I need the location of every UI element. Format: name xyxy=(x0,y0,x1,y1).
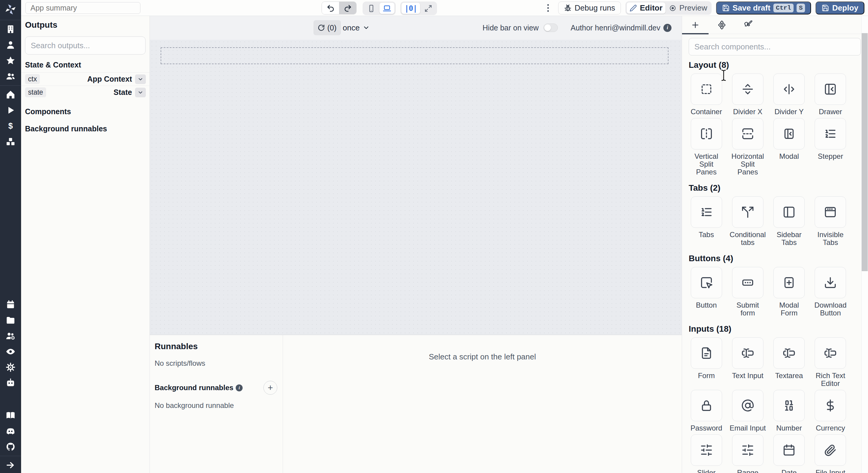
fullwidth-button[interactable] xyxy=(421,3,436,14)
schedule-dropdown[interactable]: once xyxy=(343,20,370,35)
tab-styling[interactable] xyxy=(735,16,762,34)
section-title: Tabs (2) xyxy=(689,183,849,193)
components-search-input[interactable] xyxy=(694,42,855,52)
components-panel: Layout (8)ContainerDivider XDivider YDra… xyxy=(682,16,868,473)
component-tile-divider-x[interactable]: Divider X xyxy=(730,73,766,116)
component-tile-textarea[interactable]: Textarea xyxy=(771,338,807,387)
users-cog-icon[interactable] xyxy=(0,328,21,344)
component-tile-modal-form[interactable]: Modal Form xyxy=(771,267,807,317)
component-tile-date[interactable]: Date xyxy=(771,435,807,473)
rail-divider xyxy=(0,85,21,86)
refresh-button[interactable]: (0) xyxy=(313,20,341,35)
folder-icon[interactable] xyxy=(0,312,21,328)
component-tile-tabs[interactable]: Tabs xyxy=(688,196,724,247)
component-label: Download Button xyxy=(812,301,849,317)
editor-tab[interactable]: Editor xyxy=(627,2,665,13)
component-tile-divider-y[interactable]: Divider Y xyxy=(771,73,807,116)
boxes-icon[interactable] xyxy=(0,134,21,150)
dollar-icon[interactable]: $ xyxy=(0,118,21,134)
component-tile-rich-text-editor[interactable]: Rich Text Editor xyxy=(812,338,849,387)
robot-icon[interactable] xyxy=(0,375,21,391)
component-label: Horizontal Split Panes xyxy=(730,152,766,176)
at-sign-icon xyxy=(732,390,764,421)
component-tile-download-button[interactable]: Download Button xyxy=(812,267,849,317)
desktop-view-button[interactable] xyxy=(379,3,395,14)
kbd-ctrl: Ctrl xyxy=(773,4,793,12)
component-tile-modal[interactable]: Modal xyxy=(771,118,807,176)
gear-icon[interactable] xyxy=(0,359,21,375)
rail-divider xyxy=(0,20,21,20)
components-section-title: Components xyxy=(25,107,146,116)
ctx-key: ctx xyxy=(25,74,40,84)
home-icon[interactable] xyxy=(0,87,21,102)
state-expand-button[interactable] xyxy=(135,88,146,97)
runnables-list: Runnables No scripts/flows Background ru… xyxy=(150,335,283,473)
center-align-button[interactable]: |0| xyxy=(401,3,420,14)
app-canvas[interactable] xyxy=(150,40,682,335)
component-tile-invisible-tabs[interactable]: Invisible Tabs xyxy=(812,196,849,247)
component-tile-file-input[interactable]: File Input xyxy=(812,435,849,473)
component-tile-range[interactable]: Range xyxy=(730,435,766,473)
book-icon[interactable] xyxy=(0,408,21,423)
app-summary-input[interactable] xyxy=(25,2,141,14)
hide-bar-label: Hide bar on view xyxy=(483,24,538,32)
building-icon[interactable] xyxy=(0,21,21,37)
save-draft-button[interactable]: Save draft Ctrl S xyxy=(716,1,811,14)
github-icon[interactable] xyxy=(0,439,21,454)
empty-grid-placeholder xyxy=(161,47,669,64)
eye-icon[interactable] xyxy=(0,344,21,359)
component-tile-form[interactable]: Form xyxy=(688,338,724,387)
play-icon[interactable] xyxy=(0,102,21,118)
pencil-icon xyxy=(629,4,637,12)
tab-component-library[interactable] xyxy=(709,16,735,34)
component-tile-horizontal-split-panes[interactable]: Horizontal Split Panes xyxy=(730,118,766,176)
component-tile-email-input[interactable]: Email Input xyxy=(730,390,766,432)
component-tile-number[interactable]: Number xyxy=(771,390,807,432)
paintbrush-icon xyxy=(744,21,753,30)
canvas-column: (0) once Hide bar on view Author henri@w… xyxy=(150,16,682,473)
components-search xyxy=(689,38,861,56)
component-tile-drawer[interactable]: Drawer xyxy=(812,73,849,116)
ctx-expand-button[interactable] xyxy=(135,74,146,84)
horizontal-split-icon xyxy=(732,118,764,150)
component-tile-sidebar-tabs[interactable]: Sidebar Tabs xyxy=(771,196,807,247)
mobile-view-button[interactable] xyxy=(364,3,379,14)
component-tile-submit-form[interactable]: Submit form xyxy=(730,267,766,317)
no-scripts-text: No scripts/flows xyxy=(155,359,277,368)
discord-icon[interactable] xyxy=(0,423,21,439)
split-icon xyxy=(732,196,764,228)
more-menu-button[interactable] xyxy=(544,4,552,12)
component-tile-password[interactable]: Password xyxy=(688,390,724,432)
component-tile-slider[interactable]: Slider xyxy=(688,435,724,473)
calendar-icon[interactable] xyxy=(0,297,21,312)
component-tile-container[interactable]: Container xyxy=(688,73,724,116)
divider-x-icon xyxy=(732,73,764,105)
star-icon[interactable] xyxy=(0,53,21,68)
preview-tab[interactable]: Preview xyxy=(666,2,710,13)
debug-runs-button[interactable]: Debug runs xyxy=(558,1,621,14)
text-cursor-icon xyxy=(815,338,846,369)
outputs-search-input[interactable] xyxy=(31,41,140,50)
tab-insert-component[interactable] xyxy=(682,16,709,34)
undo-icon xyxy=(327,4,335,12)
component-grid: TabsConditional tabsSidebar TabsInvisibl… xyxy=(688,196,849,249)
redo-button[interactable] xyxy=(339,1,356,14)
component-label: Rich Text Editor xyxy=(812,372,849,387)
hide-bar-toggle[interactable] xyxy=(544,24,558,32)
panel-left-icon xyxy=(773,196,805,228)
users-icon[interactable] xyxy=(0,68,21,84)
deploy-button[interactable]: Deploy xyxy=(815,1,864,14)
scrollbar-thumb[interactable] xyxy=(862,33,868,271)
component-tile-conditional-tabs[interactable]: Conditional tabs xyxy=(730,196,766,247)
arrow-right-icon[interactable] xyxy=(0,457,21,473)
component-tile-vertical-split-panes[interactable]: Vertical Split Panes xyxy=(688,118,724,176)
component-tile-text-input[interactable]: Text Input xyxy=(730,338,766,387)
component-tile-button[interactable]: Button xyxy=(688,267,724,317)
component-label: Divider X xyxy=(733,108,762,116)
undo-button[interactable] xyxy=(322,1,339,14)
user-icon[interactable] xyxy=(0,37,21,53)
component-tile-currency[interactable]: Currency xyxy=(812,390,849,432)
runnable-detail-area: Select a script on the left panel xyxy=(283,335,682,473)
add-background-runnable-button[interactable]: + xyxy=(264,381,277,395)
component-tile-stepper[interactable]: Stepper xyxy=(812,118,849,176)
